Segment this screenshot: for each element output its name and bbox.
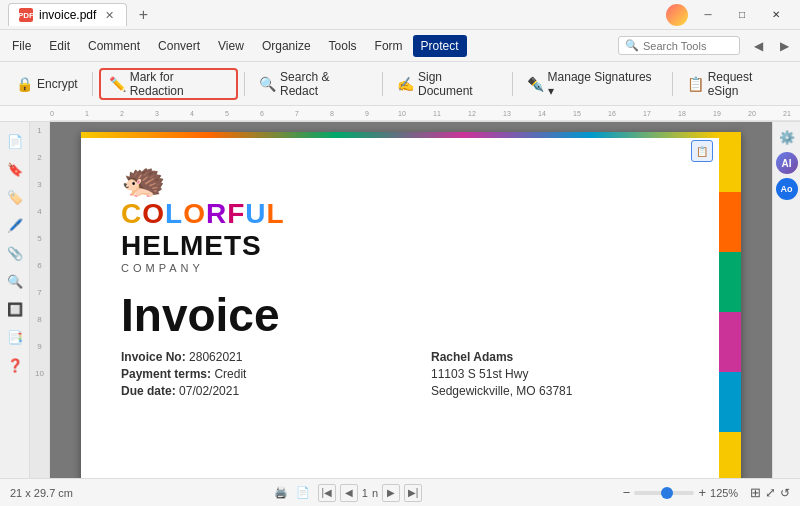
svg-text:6: 6 [260, 110, 264, 117]
print-icon[interactable]: 🖨️ [274, 486, 288, 499]
new-tab-button[interactable]: + [131, 3, 155, 27]
svg-text:14: 14 [538, 110, 546, 117]
search-redact-button[interactable]: 🔍 Search & Redact [251, 68, 376, 100]
encrypt-button[interactable]: 🔒 Encrypt [8, 68, 86, 100]
manage-signatures-button[interactable]: ✒️ Manage Signatures ▾ [519, 68, 666, 100]
signatures-icon: ✒️ [527, 76, 544, 92]
invoice-no-value: 28062021 [189, 350, 242, 364]
company-logo-animal: 🦔 [121, 162, 285, 198]
search-tools-input[interactable] [643, 40, 733, 52]
esign-icon: 📋 [687, 76, 704, 92]
sidebar-bookmarks-icon[interactable]: 🔖 [4, 158, 26, 180]
payment-row: Payment terms: Credit [121, 367, 391, 381]
search-redact-label: Search & Redact [280, 70, 368, 98]
zoom-in-icon[interactable]: + [698, 485, 706, 500]
pdf-viewport[interactable]: 🦔 COLORFUL HELMETS COMPANY Invo [50, 122, 772, 478]
page-next-button[interactable]: ▶ [382, 484, 400, 502]
zoom-out-icon[interactable]: − [623, 485, 631, 500]
page-dimensions: 21 x 29.7 cm [10, 487, 73, 499]
close-button[interactable]: ✕ [760, 4, 792, 26]
sidebar-signatures-icon[interactable]: 📑 [4, 326, 26, 348]
minimize-button[interactable]: ─ [692, 4, 724, 26]
recipient-name: Rachel Adams [431, 350, 513, 364]
address-line1-row: 11103 S 51st Hwy [431, 367, 701, 381]
document-tab[interactable]: PDF invoice.pdf ✕ [8, 3, 127, 26]
menu-organize[interactable]: Organize [254, 35, 319, 57]
page-separator: n [372, 487, 378, 499]
sidebar-comments-icon[interactable]: 🖊️ [4, 214, 26, 236]
page-current: 1 [362, 487, 368, 499]
menu-edit[interactable]: Edit [41, 35, 78, 57]
sidebar-tags-icon[interactable]: 🏷️ [4, 186, 26, 208]
pdf-page: 🦔 COLORFUL HELMETS COMPANY Invo [81, 132, 741, 478]
svg-text:13: 13 [503, 110, 511, 117]
menu-forward-button[interactable]: ▶ [772, 34, 796, 58]
ao-button[interactable]: Ao [776, 178, 798, 200]
search-tools-box[interactable]: 🔍 [618, 36, 740, 55]
address-line1: 11103 S 51st Hwy [431, 367, 528, 381]
redaction-icon: ✏️ [109, 76, 126, 92]
menu-convert[interactable]: Convert [150, 35, 208, 57]
menu-tools[interactable]: Tools [321, 35, 365, 57]
svg-rect-27 [719, 372, 741, 432]
scan-icon[interactable]: 📄 [296, 486, 310, 499]
pdf-icon: PDF [19, 8, 33, 22]
invoice-no-row: Invoice No: 28062021 [121, 350, 391, 364]
due-date-value: 07/02/2021 [179, 384, 239, 398]
fullscreen-icon[interactable]: ⤢ [765, 485, 776, 500]
pdf-content: 🦔 COLORFUL HELMETS COMPANY Invo [81, 132, 741, 418]
sidebar-layers-icon[interactable]: 🔲 [4, 298, 26, 320]
menu-protect[interactable]: Protect [413, 35, 467, 57]
address-line2: Sedgewickville, MO 63781 [431, 384, 572, 398]
svg-text:5: 5 [225, 110, 229, 117]
page-first-button[interactable]: |◀ [318, 484, 336, 502]
request-esign-button[interactable]: 📋 Request eSign [679, 68, 792, 100]
sidebar-pages-icon[interactable]: 📄 [4, 130, 26, 152]
window-controls: ─ □ ✕ [692, 4, 792, 26]
left-sidebar: 📄 🔖 🏷️ 🖊️ 📎 🔍 🔲 📑 ❓ [0, 122, 30, 478]
search-icon: 🔍 [625, 39, 639, 52]
page-last-button[interactable]: ▶| [404, 484, 422, 502]
ruler: 0 1 2 3 4 5 6 7 8 9 10 11 12 13 14 15 16… [0, 106, 800, 122]
manage-signatures-label: Manage Signatures ▾ [548, 70, 658, 98]
settings-icon[interactable]: ↺ [780, 486, 790, 500]
zoom-slider[interactable] [634, 491, 694, 495]
menu-comment[interactable]: Comment [80, 35, 148, 57]
sidebar-search-icon[interactable]: 🔍 [4, 270, 26, 292]
right-sidebar: ⚙️ AI Ao [772, 122, 800, 478]
svg-rect-28 [719, 432, 741, 478]
svg-text:11: 11 [433, 110, 441, 117]
mark-redaction-button[interactable]: ✏️ Mark for Redaction [99, 68, 238, 100]
svg-text:16: 16 [608, 110, 616, 117]
encrypt-label: Encrypt [37, 77, 78, 91]
fit-page-icon[interactable]: ⊞ [750, 485, 761, 500]
restore-button[interactable]: □ [726, 4, 758, 26]
menu-form[interactable]: Form [367, 35, 411, 57]
svg-rect-25 [719, 252, 741, 312]
svg-text:0: 0 [50, 110, 54, 117]
svg-rect-23 [719, 132, 741, 192]
zoom-percent: 125% [710, 487, 746, 499]
sign-document-button[interactable]: ✍️ Sign Document [389, 68, 506, 100]
page-prev-button[interactable]: ◀ [340, 484, 358, 502]
svg-text:15: 15 [573, 110, 581, 117]
lock-icon: 🔒 [16, 76, 33, 92]
tab-close-button[interactable]: ✕ [102, 8, 116, 22]
ai-assistant-button[interactable]: AI [776, 152, 798, 174]
menu-bar: File Edit Comment Convert View Organize … [0, 30, 800, 62]
svg-text:9: 9 [365, 110, 369, 117]
separator4 [512, 72, 513, 96]
right-panel-icon[interactable]: ⚙️ [776, 126, 798, 148]
payment-value: Credit [214, 367, 246, 381]
mark-redaction-label: Mark for Redaction [130, 70, 228, 98]
svg-text:21: 21 [783, 110, 791, 117]
menu-back-button[interactable]: ◀ [746, 34, 770, 58]
sign-icon: ✍️ [397, 76, 414, 92]
protect-toolbar: 🔒 Encrypt ✏️ Mark for Redaction 🔍 Search… [0, 62, 800, 106]
menu-file[interactable]: File [4, 35, 39, 57]
sidebar-attachments-icon[interactable]: 📎 [4, 242, 26, 264]
sidebar-help-icon[interactable]: ❓ [4, 354, 26, 376]
separator2 [244, 72, 245, 96]
menu-view[interactable]: View [210, 35, 252, 57]
page-copy-button[interactable]: 📋 [691, 140, 713, 162]
